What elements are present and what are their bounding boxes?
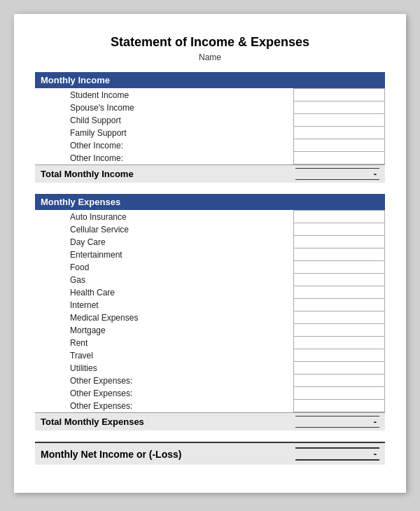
expense-item-value[interactable] <box>293 387 384 400</box>
expense-row: Entertainment <box>35 248 385 261</box>
expenses-table: Auto Insurance Cellular Service Day Care… <box>35 210 385 412</box>
expense-row: Other Expenses: <box>35 400 385 412</box>
expense-item-label: Food <box>35 261 293 274</box>
income-item-value[interactable] <box>293 114 384 127</box>
expense-item-label: Internet <box>35 299 293 312</box>
expense-row: Travel <box>35 349 385 362</box>
expense-item-value[interactable] <box>293 274 384 286</box>
expense-item-value[interactable] <box>293 324 384 337</box>
expense-item-label: Auto Insurance <box>35 211 293 223</box>
expense-item-value[interactable] <box>293 211 384 223</box>
expense-row: Gas <box>35 274 385 286</box>
page-container: Statement of Income & Expenses Name Mont… <box>14 14 406 493</box>
income-item-value[interactable] <box>293 89 384 102</box>
expense-row: Medical Expenses <box>35 312 385 324</box>
expense-item-label: Entertainment <box>35 248 293 261</box>
expense-item-value[interactable] <box>293 374 384 387</box>
expense-row: Day Care <box>35 236 385 248</box>
expense-item-value[interactable] <box>293 312 384 324</box>
income-item-value[interactable] <box>293 102 384 114</box>
income-row: Other Income: <box>35 139 385 152</box>
expense-row: Utilities <box>35 362 385 374</box>
expense-row: Health Care <box>35 286 385 299</box>
expense-item-value[interactable] <box>293 362 384 374</box>
income-item-label: Spouse's Income <box>35 102 293 114</box>
expense-row: Rent <box>35 337 385 349</box>
income-item-label: Other Income: <box>35 139 293 152</box>
expense-item-value[interactable] <box>293 236 384 248</box>
expense-item-value[interactable] <box>293 261 384 274</box>
income-row: Child Support <box>35 114 385 127</box>
expense-row: Mortgage <box>35 324 385 337</box>
expense-item-label: Cellular Service <box>35 223 293 236</box>
total-income-value: - <box>295 168 379 180</box>
expense-row: Cellular Service <box>35 223 385 236</box>
income-item-value[interactable] <box>293 127 384 139</box>
net-income-value: - <box>295 447 379 461</box>
expense-item-label: Day Care <box>35 236 293 248</box>
expense-item-label: Other Expenses: <box>35 400 293 412</box>
income-item-label: Student Income <box>35 89 293 102</box>
expense-item-label: Utilities <box>35 362 293 374</box>
expense-item-value[interactable] <box>293 337 384 349</box>
income-row: Spouse's Income <box>35 102 385 114</box>
page-subtitle: Name <box>35 52 385 62</box>
expense-item-value[interactable] <box>293 349 384 362</box>
total-expenses-value: - <box>295 416 379 428</box>
monthly-income-header: Monthly Income <box>35 72 385 88</box>
expense-row: Auto Insurance <box>35 211 385 223</box>
expense-row: Other Expenses: <box>35 387 385 400</box>
expense-item-label: Gas <box>35 274 293 286</box>
expense-item-label: Rent <box>35 337 293 349</box>
expense-row: Internet <box>35 299 385 312</box>
expense-row: Food <box>35 261 385 274</box>
net-income-row: Monthly Net Income or (-Loss) - <box>35 442 385 465</box>
income-row: Other Income: <box>35 152 385 164</box>
income-table: Student Income Spouse's Income Child Sup… <box>35 88 385 164</box>
expense-row: Other Expenses: <box>35 374 385 387</box>
income-item-value[interactable] <box>293 152 384 164</box>
expense-item-value[interactable] <box>293 248 384 261</box>
income-item-label: Other Income: <box>35 152 293 164</box>
total-income-label: Total Monthly Income <box>41 169 134 179</box>
monthly-expenses-header: Monthly Expenses <box>35 194 385 210</box>
total-expenses-label: Total Monthly Expenses <box>41 416 144 427</box>
expense-item-value[interactable] <box>293 299 384 312</box>
expense-item-label: Travel <box>35 349 293 362</box>
expense-item-label: Other Expenses: <box>35 387 293 400</box>
income-row: Student Income <box>35 89 385 102</box>
expense-item-value[interactable] <box>293 400 384 412</box>
expense-item-value[interactable] <box>293 286 384 299</box>
income-item-label: Child Support <box>35 114 293 127</box>
expense-item-value[interactable] <box>293 223 384 236</box>
expense-item-label: Other Expenses: <box>35 374 293 387</box>
income-item-label: Family Support <box>35 127 293 139</box>
expense-item-label: Mortgage <box>35 324 293 337</box>
total-income-row: Total Monthly Income - <box>35 164 385 183</box>
income-item-value[interactable] <box>293 139 384 152</box>
net-income-label: Monthly Net Income or (-Loss) <box>41 449 181 460</box>
expense-item-label: Health Care <box>35 286 293 299</box>
page-title: Statement of Income & Expenses <box>35 35 385 50</box>
expense-item-label: Medical Expenses <box>35 312 293 324</box>
total-expenses-row: Total Monthly Expenses - <box>35 412 385 430</box>
income-row: Family Support <box>35 127 385 139</box>
